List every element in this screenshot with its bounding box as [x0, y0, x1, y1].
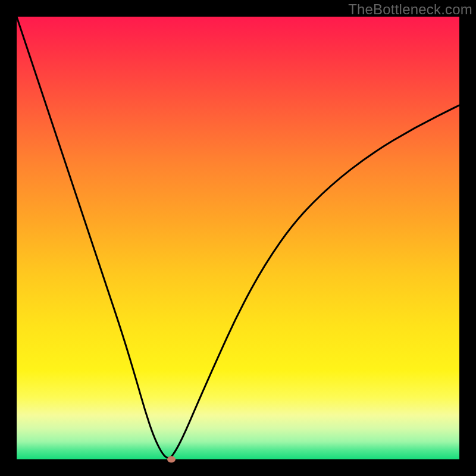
bottleneck-curve: [17, 17, 459, 459]
chart-frame: [17, 17, 459, 459]
minimum-dot: [167, 456, 176, 463]
curve-path: [17, 17, 459, 458]
watermark-text: TheBottleneck.com: [348, 1, 472, 18]
